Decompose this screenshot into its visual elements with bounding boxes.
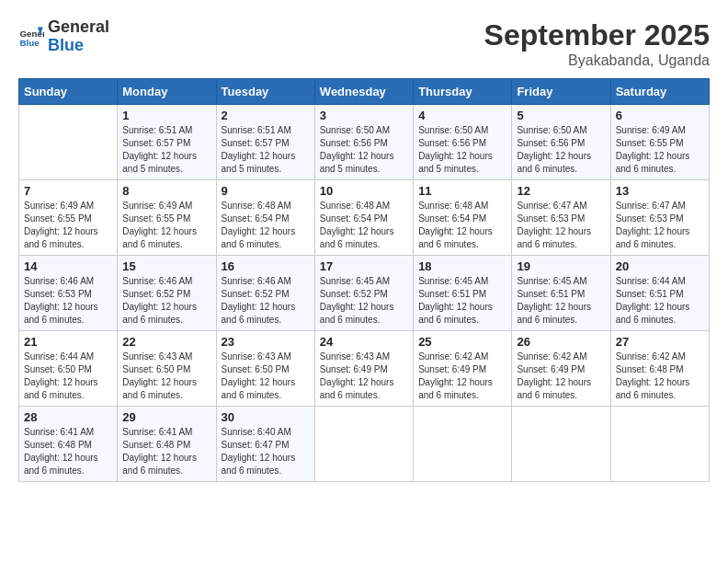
calendar-cell: 23Sunrise: 6:43 AMSunset: 6:50 PMDayligh… <box>216 331 314 407</box>
calendar-week-row: 14Sunrise: 6:46 AMSunset: 6:53 PMDayligh… <box>19 256 710 331</box>
day-info: Sunrise: 6:48 AMSunset: 6:54 PMDaylight:… <box>222 200 310 251</box>
day-number: 20 <box>616 259 704 273</box>
day-info: Sunrise: 6:45 AMSunset: 6:51 PMDaylight:… <box>517 275 605 327</box>
calendar-cell: 3Sunrise: 6:50 AMSunset: 6:56 PMDaylight… <box>314 105 413 180</box>
col-tuesday: Tuesday <box>216 79 314 105</box>
calendar-cell: 26Sunrise: 6:42 AMSunset: 6:49 PMDayligh… <box>512 331 610 407</box>
svg-text:Blue: Blue <box>19 38 40 48</box>
col-monday: Monday <box>118 79 216 105</box>
calendar-cell: 2Sunrise: 6:51 AMSunset: 6:57 PMDaylight… <box>216 105 314 180</box>
calendar-cell: 28Sunrise: 6:41 AMSunset: 6:48 PMDayligh… <box>19 407 118 482</box>
calendar-cell: 27Sunrise: 6:42 AMSunset: 6:48 PMDayligh… <box>610 331 709 407</box>
day-number: 23 <box>222 335 310 349</box>
day-info: Sunrise: 6:46 AMSunset: 6:52 PMDaylight:… <box>122 275 210 327</box>
day-info: Sunrise: 6:43 AMSunset: 6:49 PMDaylight:… <box>320 350 408 402</box>
page-header: General Blue General Blue September 2025… <box>18 18 710 69</box>
calendar-week-row: 21Sunrise: 6:44 AMSunset: 6:50 PMDayligh… <box>19 331 710 407</box>
calendar-cell: 8Sunrise: 6:49 AMSunset: 6:55 PMDaylight… <box>118 180 216 256</box>
calendar-cell: 21Sunrise: 6:44 AMSunset: 6:50 PMDayligh… <box>19 331 118 407</box>
day-number: 28 <box>24 410 112 424</box>
day-number: 24 <box>320 335 408 349</box>
calendar-cell: 14Sunrise: 6:46 AMSunset: 6:53 PMDayligh… <box>19 256 118 331</box>
day-info: Sunrise: 6:42 AMSunset: 6:49 PMDaylight:… <box>517 350 605 402</box>
day-number: 22 <box>122 335 210 349</box>
day-number: 9 <box>222 184 310 198</box>
day-info: Sunrise: 6:49 AMSunset: 6:55 PMDaylight:… <box>24 200 112 251</box>
day-info: Sunrise: 6:40 AMSunset: 6:47 PMDaylight:… <box>222 426 310 477</box>
day-number: 3 <box>320 109 408 122</box>
col-sunday: Sunday <box>19 79 118 105</box>
calendar-week-row: 28Sunrise: 6:41 AMSunset: 6:48 PMDayligh… <box>19 407 710 482</box>
logo: General Blue General Blue <box>18 18 109 55</box>
day-number: 21 <box>24 335 112 349</box>
calendar-cell: 9Sunrise: 6:48 AMSunset: 6:54 PMDaylight… <box>216 180 314 256</box>
day-number: 6 <box>616 109 704 122</box>
day-info: Sunrise: 6:49 AMSunset: 6:55 PMDaylight:… <box>616 124 704 176</box>
calendar-cell: 13Sunrise: 6:47 AMSunset: 6:53 PMDayligh… <box>610 180 709 256</box>
col-saturday: Saturday <box>610 79 709 105</box>
day-number: 10 <box>320 184 408 198</box>
calendar-cell: 7Sunrise: 6:49 AMSunset: 6:55 PMDaylight… <box>19 180 118 256</box>
day-number: 17 <box>320 259 408 273</box>
day-number: 16 <box>222 259 310 273</box>
day-info: Sunrise: 6:49 AMSunset: 6:55 PMDaylight:… <box>122 200 210 251</box>
calendar-cell: 4Sunrise: 6:50 AMSunset: 6:56 PMDaylight… <box>414 105 512 180</box>
calendar-cell: 25Sunrise: 6:42 AMSunset: 6:49 PMDayligh… <box>414 331 512 407</box>
day-number: 12 <box>517 184 605 198</box>
day-number: 5 <box>517 109 605 122</box>
calendar-cell: 24Sunrise: 6:43 AMSunset: 6:49 PMDayligh… <box>314 331 413 407</box>
logo-blue: Blue <box>48 37 109 55</box>
calendar-cell: 30Sunrise: 6:40 AMSunset: 6:47 PMDayligh… <box>216 407 314 482</box>
calendar-cell: 1Sunrise: 6:51 AMSunset: 6:57 PMDaylight… <box>118 105 216 180</box>
day-info: Sunrise: 6:46 AMSunset: 6:52 PMDaylight:… <box>222 275 310 327</box>
day-info: Sunrise: 6:51 AMSunset: 6:57 PMDaylight:… <box>222 124 310 176</box>
day-info: Sunrise: 6:42 AMSunset: 6:49 PMDaylight:… <box>418 350 506 402</box>
col-friday: Friday <box>512 79 610 105</box>
calendar-week-row: 1Sunrise: 6:51 AMSunset: 6:57 PMDaylight… <box>19 105 710 180</box>
day-number: 18 <box>418 259 506 273</box>
calendar-cell: 20Sunrise: 6:44 AMSunset: 6:51 PMDayligh… <box>610 256 709 331</box>
calendar-cell <box>414 407 512 482</box>
day-number: 29 <box>122 410 210 424</box>
day-number: 8 <box>122 184 210 198</box>
day-number: 13 <box>616 184 704 198</box>
day-info: Sunrise: 6:48 AMSunset: 6:54 PMDaylight:… <box>320 200 408 251</box>
col-wednesday: Wednesday <box>314 79 413 105</box>
day-info: Sunrise: 6:44 AMSunset: 6:51 PMDaylight:… <box>616 275 704 327</box>
day-info: Sunrise: 6:42 AMSunset: 6:48 PMDaylight:… <box>616 350 704 402</box>
calendar-cell: 15Sunrise: 6:46 AMSunset: 6:52 PMDayligh… <box>118 256 216 331</box>
day-info: Sunrise: 6:46 AMSunset: 6:53 PMDaylight:… <box>24 275 112 327</box>
day-number: 4 <box>418 109 506 122</box>
calendar-cell: 18Sunrise: 6:45 AMSunset: 6:51 PMDayligh… <box>414 256 512 331</box>
day-number: 19 <box>517 259 605 273</box>
calendar-cell <box>512 407 610 482</box>
day-info: Sunrise: 6:41 AMSunset: 6:48 PMDaylight:… <box>24 426 112 477</box>
calendar-cell: 16Sunrise: 6:46 AMSunset: 6:52 PMDayligh… <box>216 256 314 331</box>
calendar-header: Sunday Monday Tuesday Wednesday Thursday… <box>19 79 710 105</box>
calendar-cell: 12Sunrise: 6:47 AMSunset: 6:53 PMDayligh… <box>512 180 610 256</box>
day-number: 26 <box>517 335 605 349</box>
day-number: 30 <box>222 410 310 424</box>
day-info: Sunrise: 6:45 AMSunset: 6:51 PMDaylight:… <box>418 275 506 327</box>
day-info: Sunrise: 6:44 AMSunset: 6:50 PMDaylight:… <box>24 350 112 402</box>
calendar-table: Sunday Monday Tuesday Wednesday Thursday… <box>18 78 710 482</box>
header-row: Sunday Monday Tuesday Wednesday Thursday… <box>19 79 710 105</box>
col-thursday: Thursday <box>414 79 512 105</box>
calendar-cell: 5Sunrise: 6:50 AMSunset: 6:56 PMDaylight… <box>512 105 610 180</box>
calendar-cell: 6Sunrise: 6:49 AMSunset: 6:55 PMDaylight… <box>610 105 709 180</box>
day-info: Sunrise: 6:50 AMSunset: 6:56 PMDaylight:… <box>418 124 506 176</box>
calendar-cell <box>610 407 709 482</box>
day-number: 1 <box>122 109 210 122</box>
calendar-body: 1Sunrise: 6:51 AMSunset: 6:57 PMDaylight… <box>19 105 710 482</box>
day-number: 27 <box>616 335 704 349</box>
logo-general: General <box>48 18 109 37</box>
day-number: 7 <box>24 184 112 198</box>
day-info: Sunrise: 6:51 AMSunset: 6:57 PMDaylight:… <box>122 124 210 176</box>
calendar-cell: 17Sunrise: 6:45 AMSunset: 6:52 PMDayligh… <box>314 256 413 331</box>
day-info: Sunrise: 6:50 AMSunset: 6:56 PMDaylight:… <box>517 124 605 176</box>
day-info: Sunrise: 6:41 AMSunset: 6:48 PMDaylight:… <box>122 426 210 477</box>
calendar-cell <box>19 105 118 180</box>
subtitle: Byakabanda, Uganda <box>484 52 710 69</box>
title-block: September 2025 Byakabanda, Uganda <box>484 18 710 69</box>
day-info: Sunrise: 6:45 AMSunset: 6:52 PMDaylight:… <box>320 275 408 327</box>
